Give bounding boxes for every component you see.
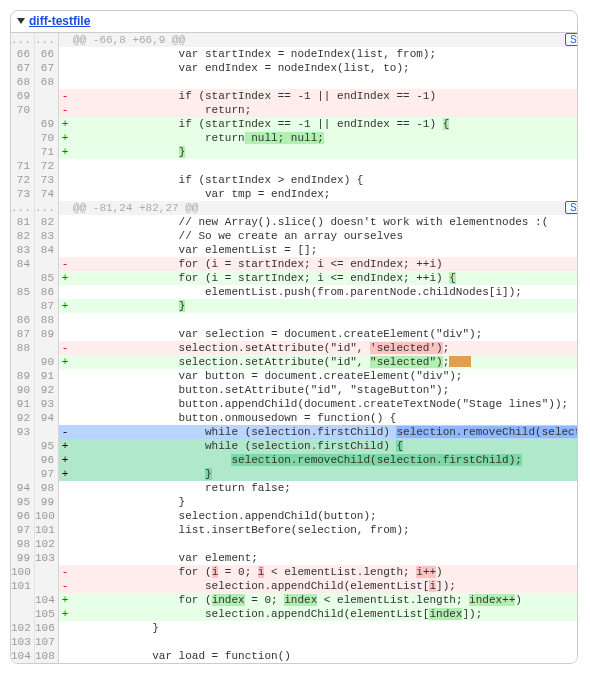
diff-line[interactable]: 6767 var endIndex = nodeIndex(list, to); — [11, 61, 577, 75]
sign — [59, 327, 71, 341]
diff-line[interactable]: 9498 return false; — [11, 481, 577, 495]
gutter-old — [11, 271, 35, 285]
gutter-new: 104 — [35, 593, 59, 607]
gutter-old: 103 — [11, 635, 35, 649]
gutter-old: 66 — [11, 47, 35, 61]
code: for (i = 0; i < elementList.length; i++) — [71, 565, 577, 579]
code: return false; — [71, 481, 577, 495]
diff-line[interactable]: 6868 — [11, 75, 577, 89]
gutter-old — [11, 131, 35, 145]
hunk-range: @@ -66,8 +66,9 @@StageDiscard — [71, 33, 577, 47]
diff-line[interactable]: 85+ for (i = startIndex; i <= endIndex; … — [11, 271, 577, 285]
code: elementList.push(from.parentNode.childNo… — [71, 285, 577, 299]
gutter-old — [11, 299, 35, 313]
diff-line[interactable]: 98102 — [11, 537, 577, 551]
sign — [59, 61, 71, 75]
code: list.insertBefore(selection, from); — [71, 523, 577, 537]
gutter-new: 85 — [35, 271, 59, 285]
code: var element; — [71, 551, 577, 565]
diff-line[interactable]: 90+ selection.setAttribute("id", "select… — [11, 355, 577, 369]
diff-line[interactable]: 97101 list.insertBefore(selection, from)… — [11, 523, 577, 537]
diff-line[interactable]: 7172 — [11, 159, 577, 173]
sign — [59, 285, 71, 299]
diff-line[interactable]: 104+ for (index = 0; index < elementList… — [11, 593, 577, 607]
gutter-old: 90 — [11, 383, 35, 397]
diff-scroll[interactable]: ...... @@ -66,8 +66,9 @@StageDiscard6666… — [11, 33, 577, 663]
code — [71, 537, 577, 551]
gutter-old: 67 — [11, 61, 35, 75]
sign — [59, 229, 71, 243]
diff-line[interactable]: 69- if (startIndex == -1 || endIndex == … — [11, 89, 577, 103]
gutter-old: 97 — [11, 523, 35, 537]
gutter-old: 71 — [11, 159, 35, 173]
diff-line[interactable]: 69+ if (startIndex == -1 || endIndex == … — [11, 117, 577, 131]
diff-line[interactable]: 70+ return null; null; — [11, 131, 577, 145]
gutter-new: 91 — [35, 369, 59, 383]
gutter-new — [35, 341, 59, 355]
diff-line[interactable]: 7374 var tmp = endIndex; — [11, 187, 577, 201]
diff-line[interactable]: 8283 // So we create an array ourselves — [11, 229, 577, 243]
gutter-old: ... — [11, 33, 35, 47]
gutter-old: 91 — [11, 397, 35, 411]
diff-line[interactable]: 8789 var selection = document.createElem… — [11, 327, 577, 341]
diff-line[interactable]: 9092 button.setAttribute("id", "stageBut… — [11, 383, 577, 397]
code: return null; null; — [71, 131, 577, 145]
hunk-actions: StageDiscard — [565, 201, 577, 214]
diff-line[interactable]: 93- while (selection.firstChild) selecti… — [11, 425, 577, 439]
code: button.setAttribute("id", "stageButton")… — [71, 383, 577, 397]
gutter-old — [11, 355, 35, 369]
diff-line[interactable]: 8182 // new Array().slice() doesn't work… — [11, 215, 577, 229]
diff-panel: diff-testfile ...... @@ -66,8 +66,9 @@St… — [10, 10, 578, 664]
file-header[interactable]: diff-testfile — [11, 11, 577, 33]
gutter-new: 66 — [35, 47, 59, 61]
file-link[interactable]: diff-testfile — [29, 14, 90, 28]
diff-line[interactable]: 96+ selection.removeChild(selection.firs… — [11, 453, 577, 467]
code: for (index = 0; index < elementList.leng… — [71, 593, 577, 607]
gutter-old: 101 — [11, 579, 35, 593]
diff-line[interactable]: 105+ selection.appendChild(elementList[i… — [11, 607, 577, 621]
diff-line[interactable]: 9294 button.onmousedown = function() { — [11, 411, 577, 425]
sign: - — [59, 341, 71, 355]
code: } — [71, 145, 577, 159]
diff-line[interactable]: 103107 — [11, 635, 577, 649]
diff-line[interactable]: 9599 } — [11, 495, 577, 509]
gutter-old: 98 — [11, 537, 35, 551]
diff-line[interactable]: 104108 var load = function() — [11, 649, 577, 663]
gutter-new: 107 — [35, 635, 59, 649]
gutter-new: 105 — [35, 607, 59, 621]
gutter-new: 97 — [35, 467, 59, 481]
stage-button[interactable]: Stage — [565, 201, 577, 214]
diff-line[interactable]: 7273 if (startIndex > endIndex) { — [11, 173, 577, 187]
diff-line[interactable]: 6666 var startIndex = nodeIndex(list, fr… — [11, 47, 577, 61]
gutter-new: 100 — [35, 509, 59, 523]
diff-line[interactable]: 102106 } — [11, 621, 577, 635]
diff-line[interactable]: 8991 var button = document.createElement… — [11, 369, 577, 383]
diff-line[interactable]: 97+ } — [11, 467, 577, 481]
diff-line[interactable]: 70- return; — [11, 103, 577, 117]
stage-button[interactable]: Stage — [565, 33, 577, 46]
gutter-old: 100 — [11, 565, 35, 579]
diff-line[interactable]: 8688 — [11, 313, 577, 327]
diff-line[interactable]: 71+ } — [11, 145, 577, 159]
collapse-icon[interactable] — [17, 18, 25, 24]
diff-line[interactable]: 84- for (i = startIndex; i <= endIndex; … — [11, 257, 577, 271]
gutter-old: 89 — [11, 369, 35, 383]
code: var button = document.createElement("div… — [71, 369, 577, 383]
gutter-old: 96 — [11, 509, 35, 523]
diff-line[interactable]: 8384 var elementList = []; — [11, 243, 577, 257]
diff-line[interactable]: 87+ } — [11, 299, 577, 313]
diff-line[interactable]: 8586 elementList.push(from.parentNode.ch… — [11, 285, 577, 299]
diff-line[interactable]: 95+ while (selection.firstChild) { — [11, 439, 577, 453]
gutter-old: 81 — [11, 215, 35, 229]
diff-line[interactable]: 9193 button.appendChild(document.createT… — [11, 397, 577, 411]
diff-line[interactable]: 99103 var element; — [11, 551, 577, 565]
diff-line[interactable]: 96100 selection.appendChild(button); — [11, 509, 577, 523]
gutter-new: 69 — [35, 117, 59, 131]
diff-line[interactable]: 101- selection.appendChild(elementList[i… — [11, 579, 577, 593]
diff-line[interactable]: 88- selection.setAttribute("id", 'select… — [11, 341, 577, 355]
gutter-old: 93 — [11, 425, 35, 439]
diff-line[interactable]: 100- for (i = 0; i < elementList.length;… — [11, 565, 577, 579]
gutter-new: 68 — [35, 75, 59, 89]
code: } — [71, 495, 577, 509]
code: var tmp = endIndex; — [71, 187, 577, 201]
